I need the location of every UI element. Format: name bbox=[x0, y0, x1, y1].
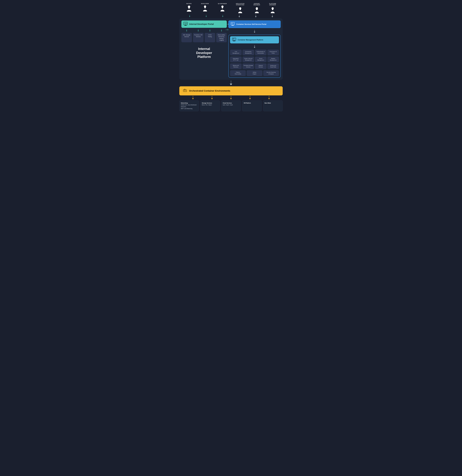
persona-support-label: SUPPORTENGINEER bbox=[253, 3, 260, 6]
svg-rect-14 bbox=[272, 9, 273, 10]
sub-service-arrows bbox=[181, 29, 227, 31]
persistent-storage-box: Persistent StorageServices bbox=[243, 63, 254, 69]
app-ops-icon bbox=[237, 7, 243, 14]
qa-icon bbox=[219, 5, 226, 12]
orchestrated-container-bar: Orchestrated Container Environments bbox=[179, 86, 283, 95]
svg-rect-25 bbox=[231, 25, 234, 26]
networking-title: Networking: bbox=[181, 102, 188, 104]
auth-authorization-box: Authentication &Authorization bbox=[255, 50, 267, 55]
networking-detail: Global LB's, Geo-Distributed Networks,BG… bbox=[181, 104, 197, 109]
network-services-box: NetworkServices bbox=[255, 63, 267, 69]
gitops-engine-box: GitOpsEngine bbox=[247, 70, 262, 76]
cloud-services-box: Cloud Services: IaaS, KaaS, CaaS bbox=[221, 100, 241, 111]
mgmt-grid-row3: Backup andRecovery Persistent StorageSer… bbox=[230, 63, 279, 69]
vm-platform-box: VM Platform bbox=[242, 100, 262, 111]
portal-to-cs-arrow bbox=[227, 24, 229, 25]
infra-row: Networking: Global LB's, Geo-Distributed… bbox=[179, 100, 283, 111]
developer-icon bbox=[202, 5, 208, 12]
developer-down-arrow bbox=[206, 15, 207, 17]
diagram-wrapper: DEVOPS DEVELOPER bbox=[179, 3, 283, 111]
svg-point-5 bbox=[221, 6, 223, 8]
internal-developer-portal-bar: </> Internal Developer Portal bbox=[181, 20, 227, 28]
cloud-detail: IaaS, KaaS, CaaS bbox=[223, 104, 233, 106]
devops-icon bbox=[186, 5, 192, 12]
persona-support-engineer: SUPPORTENGINEER bbox=[253, 3, 260, 14]
storage-detail: Block, File, Object bbox=[202, 104, 212, 106]
svg-rect-18 bbox=[185, 25, 186, 25]
persona-qa-label: QA ENGINEER bbox=[218, 3, 227, 4]
platform-icon bbox=[269, 7, 276, 14]
personas-row: DEVOPS DEVELOPER bbox=[179, 3, 283, 14]
backup-recovery-box: Backup andRecovery bbox=[230, 63, 242, 69]
cs-portal-bar: Container Services Self-Service Portal bbox=[228, 20, 281, 28]
storage-services-box: Storage Services: Block, File, Object bbox=[200, 100, 220, 111]
orchestrator-management-box: OrchestratorManagement bbox=[243, 50, 254, 55]
svg-text:</>: </> bbox=[185, 23, 187, 24]
storage-title: Storage Services: bbox=[202, 102, 212, 104]
svg-rect-30 bbox=[233, 41, 235, 41]
persona-app-ops-label: APPLICATIONOPERATIONS bbox=[236, 3, 244, 6]
cs-portal-icon bbox=[231, 22, 235, 26]
portal-bar-icon: </> bbox=[184, 22, 188, 26]
cicd-tooling-service: CI/CDTooling bbox=[205, 33, 215, 42]
idp-title: InternalDeveloperPlatform bbox=[182, 47, 226, 59]
vm-platform-title: VM Platform bbox=[244, 102, 251, 104]
mgmt-grid-row2: Automation:IFTTT, IaC Cluster LifecycleM… bbox=[230, 57, 279, 62]
support-down-arrow bbox=[255, 15, 257, 17]
svg-point-0 bbox=[188, 6, 190, 8]
automation-box: Automation:IFTTT, IaC bbox=[230, 57, 242, 62]
orch-icon bbox=[182, 88, 187, 94]
registry-management-box: RegistryManagement bbox=[267, 57, 279, 62]
functions-api-service: Functions / APIServices bbox=[193, 33, 203, 42]
svg-rect-9 bbox=[240, 9, 241, 10]
persona-developer-label: DEVELOPER bbox=[201, 3, 209, 4]
blue-container: Container Management Platform CostManage… bbox=[228, 35, 281, 78]
right-side: Container Services Self-Service Portal bbox=[228, 20, 281, 78]
svg-point-8 bbox=[239, 7, 241, 9]
left-side: </> Internal Developer Portal bbox=[181, 20, 227, 78]
persona-devops: DEVOPS bbox=[186, 3, 192, 14]
observability-service: Observability:Monitoring,Alerting,Loggin… bbox=[216, 33, 227, 42]
bare-metal-box: Bare Metal bbox=[263, 100, 283, 111]
portal-bar-title: Internal Developer Portal bbox=[189, 23, 214, 25]
platform-observability-box: PlatformObservability bbox=[230, 70, 246, 76]
networking-box: Networking: Global LB's, Geo-Distributed… bbox=[179, 100, 199, 111]
orch-title: Orchestrated Container Environments bbox=[189, 90, 230, 92]
platform-to-orch-arrow bbox=[179, 81, 283, 85]
persona-platform-label: PLATFORMENGINEER bbox=[269, 3, 276, 6]
app-ops-down-arrow bbox=[239, 15, 240, 17]
idp-center-text: InternalDeveloperPlatform bbox=[181, 44, 227, 62]
persona-qa-engineer: QA ENGINEER bbox=[218, 3, 227, 14]
support-icon bbox=[254, 7, 260, 14]
persona-app-ops: APPLICATIONOPERATIONS bbox=[236, 3, 244, 14]
main-platform-container: </> Internal Developer Portal bbox=[179, 18, 283, 80]
svg-rect-3 bbox=[204, 8, 206, 8]
svg-point-13 bbox=[272, 7, 274, 9]
svg-rect-27 bbox=[233, 38, 236, 40]
svg-point-11 bbox=[256, 8, 258, 9]
cmp-icon bbox=[232, 38, 236, 42]
mgmt-grid-row1: CostManagement OrchestratorManagement Au… bbox=[230, 50, 279, 55]
svg-rect-21 bbox=[231, 23, 234, 24]
persona-developer: DEVELOPER bbox=[201, 3, 209, 14]
svg-rect-24 bbox=[232, 25, 234, 25]
security-scanning-box: Security Scanning& Analysis bbox=[263, 70, 279, 76]
svg-rect-19 bbox=[184, 25, 187, 26]
cluster-lifecycle-box: Cluster LifecycleManagement bbox=[243, 57, 254, 62]
cmp-bar: Container Management Platform bbox=[230, 36, 279, 43]
persona-platform-engineer: PLATFORMENGINEER bbox=[269, 3, 276, 14]
quotas-guardrails-box: Quotas andGuard Rails bbox=[267, 63, 279, 69]
qa-down-arrow bbox=[222, 15, 223, 17]
persona-devops-label: DEVOPS bbox=[186, 3, 192, 4]
mgmt-grid-row4: PlatformObservability GitOpsEngine Secur… bbox=[230, 70, 279, 76]
cloud-title: Cloud Services: bbox=[223, 102, 232, 104]
secret-management-box: SecretManagement bbox=[255, 57, 267, 62]
cmp-title: Container Management Platform bbox=[238, 39, 263, 41]
svg-rect-31 bbox=[233, 41, 235, 41]
governance-policy-box: Governance &Policy bbox=[267, 50, 279, 55]
svg-marker-7 bbox=[222, 8, 223, 10]
svg-rect-12 bbox=[256, 9, 257, 10]
devops-down-arrow bbox=[189, 15, 190, 17]
db-storage-service: DB / StorageServices bbox=[181, 33, 192, 42]
cs-portal-title: Container Services Self-Service Portal bbox=[236, 23, 266, 25]
